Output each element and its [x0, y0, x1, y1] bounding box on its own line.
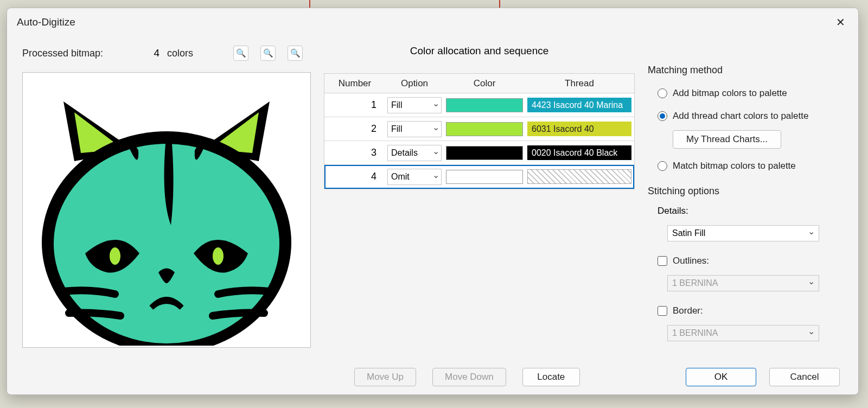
bitmap-preview	[22, 72, 311, 348]
processed-bitmap-label: Processed bitmap:	[22, 48, 103, 59]
details-select[interactable]: Satin Fill	[667, 225, 819, 241]
color-count: 4	[141, 47, 159, 59]
col-color: Color	[444, 78, 525, 89]
svg-point-2	[110, 247, 120, 265]
color-swatch[interactable]	[446, 146, 523, 160]
radio-add-bitmap-label: Add bitmap colors to palette	[673, 88, 787, 99]
row-number: 4	[324, 171, 385, 182]
outlines-select: 1 BERNINA	[667, 275, 819, 291]
option-select[interactable]: Details	[387, 145, 442, 161]
colors-label: colors	[167, 48, 193, 59]
option-select[interactable]: Fill	[387, 121, 442, 137]
option-select[interactable]: Omit	[387, 169, 442, 185]
window-title: Auto-Digitize	[17, 16, 75, 28]
matching-method-label: Matching method	[648, 65, 843, 76]
table-row[interactable]: 2Fill6031 Isacord 40	[324, 117, 634, 141]
color-table: Number Option Color Thread 1Fill4423 Isa…	[324, 73, 635, 189]
cat-image	[25, 74, 308, 346]
thread-omit	[527, 169, 631, 184]
table-header: Number Option Color Thread	[324, 74, 634, 93]
my-thread-charts-button[interactable]: My Thread Charts...	[673, 130, 781, 149]
outlines-label: Outlines:	[673, 256, 709, 266]
radio-add-bitmap[interactable]: Add bitmap colors to palette	[648, 85, 843, 102]
row-number: 3	[324, 147, 385, 158]
border-checkbox[interactable]: Border:	[648, 302, 843, 320]
zoom-out-button[interactable]: 🔍	[260, 46, 276, 61]
titlebar: Auto-Digitize ✕	[7, 8, 858, 33]
cancel-button[interactable]: Cancel	[769, 368, 840, 386]
radio-icon	[658, 161, 667, 171]
zoom-in-button[interactable]: 🔍	[233, 46, 248, 61]
checkbox-icon	[658, 256, 667, 266]
dialog-footer: Move Up Move Down Locate OK Cancel	[7, 360, 858, 394]
locate-button[interactable]: Locate	[522, 368, 580, 386]
thread-label[interactable]: 0020 Isacord 40 Black	[527, 145, 631, 160]
ok-button[interactable]: OK	[686, 368, 756, 386]
col-thread: Thread	[525, 78, 634, 89]
close-icon: ✕	[836, 16, 845, 28]
thread-label[interactable]: 4423 Isacord 40 Marina	[527, 98, 631, 112]
color-swatch[interactable]	[446, 170, 523, 184]
left-header: Processed bitmap: 4 colors 🔍 🔍 🔍	[22, 44, 311, 62]
outlines-checkbox[interactable]: Outlines:	[648, 252, 843, 270]
move-down-button: Move Down	[432, 368, 506, 386]
table-row[interactable]: 4Omit	[324, 165, 634, 189]
color-allocation-heading: Color allocation and sequence	[324, 45, 635, 57]
border-label: Border:	[673, 305, 703, 316]
option-select[interactable]: Fill	[387, 97, 442, 113]
checkbox-icon	[658, 306, 667, 316]
color-swatch[interactable]	[446, 98, 523, 112]
details-label: Details:	[648, 206, 843, 216]
table-row[interactable]: 3Details0020 Isacord 40 Black	[324, 141, 634, 165]
zoom-out-icon: 🔍	[263, 48, 273, 58]
border-select: 1 BERNINA	[667, 325, 819, 341]
stitching-options-label: Stitching options	[648, 186, 843, 197]
auto-digitize-dialog: Auto-Digitize ✕ Processed bitmap: 4 colo…	[7, 8, 859, 395]
zoom-fit-button[interactable]: 🔍	[288, 46, 303, 61]
row-number: 1	[324, 99, 385, 111]
zoom-fit-icon: 🔍	[290, 48, 301, 58]
move-up-button: Move Up	[354, 368, 416, 386]
col-number: Number	[324, 78, 385, 89]
table-row[interactable]: 1Fill4423 Isacord 40 Marina	[324, 93, 634, 117]
radio-add-thread-label: Add thread chart colors to palette	[673, 111, 808, 122]
color-swatch[interactable]	[446, 122, 523, 136]
radio-add-thread[interactable]: Add thread chart colors to palette	[648, 107, 843, 125]
radio-match-bitmap-label: Match bitmap colors to palette	[673, 161, 796, 171]
col-option: Option	[385, 78, 444, 89]
radio-icon	[658, 111, 667, 121]
close-button[interactable]: ✕	[832, 14, 850, 31]
radio-match-bitmap[interactable]: Match bitmap colors to palette	[648, 157, 843, 175]
radio-icon	[658, 88, 667, 98]
row-number: 2	[324, 123, 385, 135]
thread-label[interactable]: 6031 Isacord 40	[527, 122, 631, 136]
zoom-in-icon: 🔍	[236, 48, 246, 58]
svg-point-3	[213, 247, 224, 265]
